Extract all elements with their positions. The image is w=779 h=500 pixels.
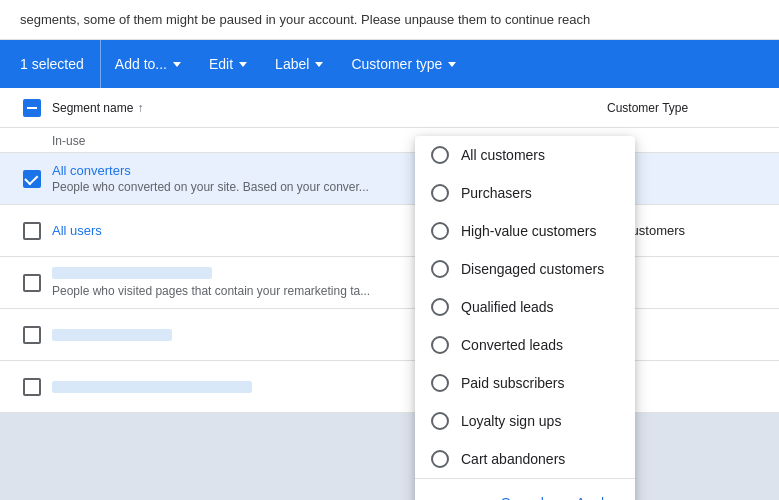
unchecked-checkbox[interactable] bbox=[23, 222, 41, 240]
row2-checkbox[interactable] bbox=[12, 222, 52, 240]
unchecked-checkbox[interactable] bbox=[23, 274, 41, 292]
add-to-caret-icon bbox=[173, 62, 181, 67]
row4-checkbox[interactable] bbox=[12, 326, 52, 344]
dropdown-option-5[interactable]: Converted leads bbox=[415, 326, 635, 364]
table-row: People who visited pages that contain yo… bbox=[0, 257, 779, 309]
dropdown-option-3[interactable]: Disengaged customers bbox=[415, 250, 635, 288]
label-caret-icon bbox=[315, 62, 323, 67]
indeterminate-checkbox[interactable] bbox=[23, 99, 41, 117]
row1-checkbox[interactable] bbox=[12, 170, 52, 188]
unchecked-checkbox[interactable] bbox=[23, 378, 41, 396]
row5-checkbox[interactable] bbox=[12, 378, 52, 396]
header-checkbox[interactable] bbox=[12, 99, 52, 117]
option-label-0: All customers bbox=[461, 147, 545, 163]
dropdown-option-4[interactable]: Qualified leads bbox=[415, 288, 635, 326]
dropdown-option-7[interactable]: Loyalty sign ups bbox=[415, 402, 635, 440]
dropdown-footer: CancelApply bbox=[415, 478, 635, 500]
dropdown-option-6[interactable]: Paid subscribers bbox=[415, 364, 635, 402]
selected-count: 1 selected bbox=[12, 40, 101, 88]
option-label-8: Cart abandoners bbox=[461, 451, 565, 467]
table-row: All converters People who converted on y… bbox=[0, 153, 779, 205]
option-label-4: Qualified leads bbox=[461, 299, 554, 315]
dropdown-option-0[interactable]: All customers bbox=[415, 136, 635, 174]
add-to-button[interactable]: Add to... bbox=[101, 40, 195, 88]
row5-name-blurred bbox=[52, 381, 252, 393]
customer-type-caret-icon bbox=[448, 62, 456, 67]
in-use-label: In-use bbox=[0, 128, 779, 153]
radio-6 bbox=[431, 374, 449, 392]
checked-checkbox[interactable] bbox=[23, 170, 41, 188]
option-label-1: Purchasers bbox=[461, 185, 532, 201]
radio-4 bbox=[431, 298, 449, 316]
table-row bbox=[0, 309, 779, 361]
radio-0 bbox=[431, 146, 449, 164]
row4-name-blurred bbox=[52, 329, 172, 341]
radio-8 bbox=[431, 450, 449, 468]
unchecked-checkbox[interactable] bbox=[23, 326, 41, 344]
table-row bbox=[0, 361, 779, 413]
option-label-2: High-value customers bbox=[461, 223, 596, 239]
radio-7 bbox=[431, 412, 449, 430]
option-label-6: Paid subscribers bbox=[461, 375, 565, 391]
option-label-3: Disengaged customers bbox=[461, 261, 604, 277]
sort-arrow-icon[interactable]: ↑ bbox=[137, 101, 143, 115]
edit-button[interactable]: Edit bbox=[195, 40, 261, 88]
dropdown-option-8[interactable]: Cart abandoners bbox=[415, 440, 635, 478]
row3-checkbox[interactable] bbox=[12, 274, 52, 292]
radio-3 bbox=[431, 260, 449, 278]
top-notice: segments, some of them might be paused i… bbox=[0, 0, 779, 40]
col-segment-name: Segment name ↑ bbox=[52, 101, 607, 115]
label-button[interactable]: Label bbox=[261, 40, 337, 88]
dropdown-option-2[interactable]: High-value customers bbox=[415, 212, 635, 250]
customer-type-button[interactable]: Customer type bbox=[337, 40, 470, 88]
radio-2 bbox=[431, 222, 449, 240]
customer-type-dropdown: All customersPurchasersHigh-value custom… bbox=[415, 136, 635, 500]
col-customer-type: Customer Type bbox=[607, 101, 767, 115]
row3-desc: People who visited pages that contain yo… bbox=[52, 284, 372, 298]
row3-name-blurred bbox=[52, 267, 212, 279]
table-row: All users All customers bbox=[0, 205, 779, 257]
apply-button[interactable]: Apply bbox=[564, 487, 623, 500]
edit-caret-icon bbox=[239, 62, 247, 67]
row1-desc: People who converted on your site. Based… bbox=[52, 180, 372, 194]
radio-5 bbox=[431, 336, 449, 354]
dropdown-option-1[interactable]: Purchasers bbox=[415, 174, 635, 212]
main-content: Segment name ↑ Customer Type In-use All … bbox=[0, 88, 779, 413]
radio-1 bbox=[431, 184, 449, 202]
option-label-5: Converted leads bbox=[461, 337, 563, 353]
cancel-button[interactable]: Cancel bbox=[488, 487, 556, 500]
toolbar: 1 selected Add to... Edit Label Customer… bbox=[0, 40, 779, 88]
option-label-7: Loyalty sign ups bbox=[461, 413, 561, 429]
table-header: Segment name ↑ Customer Type bbox=[0, 88, 779, 128]
